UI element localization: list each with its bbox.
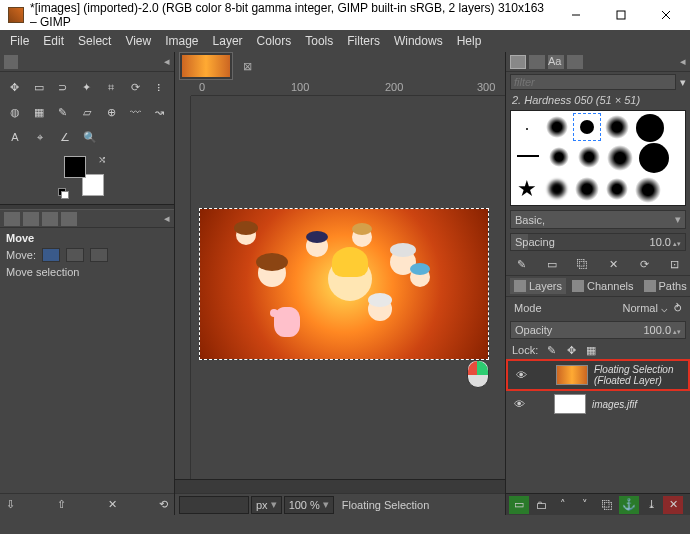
layer-name[interactable]: Floating Selection (Floated Layer) xyxy=(594,364,684,386)
unit-dropdown[interactable]: px xyxy=(251,496,282,514)
merge-down-button[interactable]: ⤓ xyxy=(641,496,661,514)
tool-zoom[interactable]: 🔍 xyxy=(79,126,101,148)
refresh-brush-icon[interactable]: ⟳ xyxy=(635,256,653,272)
lower-layer-button[interactable]: ˅ xyxy=(575,496,595,514)
filter-dropdown-icon[interactable]: ▾ xyxy=(680,76,686,89)
brush-item[interactable] xyxy=(637,141,671,175)
raise-layer-button[interactable]: ˄ xyxy=(553,496,573,514)
mode-switch-icon[interactable]: ⥁ xyxy=(674,302,682,315)
tool-pencil[interactable]: ✎ xyxy=(52,101,73,123)
menu-help[interactable]: Help xyxy=(451,32,488,50)
brush-item[interactable] xyxy=(545,143,573,171)
tool-smudge[interactable]: 〰 xyxy=(125,101,146,123)
save-preset-icon[interactable]: ⇩ xyxy=(6,498,15,511)
brush-spacing-slider[interactable]: Spacing 10.0 xyxy=(510,233,686,251)
new-brush-icon[interactable]: ▭ xyxy=(543,256,561,272)
visibility-toggle-icon[interactable]: 👁 xyxy=(510,398,528,410)
ruler-vertical[interactable] xyxy=(175,96,191,479)
tool-free-select[interactable]: ⊃ xyxy=(52,76,73,98)
delete-preset-icon[interactable]: ✕ xyxy=(108,498,117,511)
brush-item[interactable] xyxy=(543,113,571,141)
swap-colors-icon[interactable]: ⤭ xyxy=(98,154,106,165)
fg-color-swatch[interactable] xyxy=(64,156,86,178)
patterns-tab-icon[interactable] xyxy=(529,55,545,69)
tool-gradient[interactable]: ▦ xyxy=(28,101,49,123)
visibility-toggle-icon[interactable]: 👁 xyxy=(512,369,530,381)
brush-item[interactable] xyxy=(603,175,631,203)
brush-item[interactable] xyxy=(575,143,603,171)
brush-item[interactable] xyxy=(543,175,571,203)
tab-menu-arrow-icon[interactable]: ◂ xyxy=(164,55,170,68)
maximize-button[interactable] xyxy=(598,1,643,30)
brush-item[interactable] xyxy=(633,111,667,145)
menu-tools[interactable]: Tools xyxy=(299,32,339,50)
fg-bg-colors[interactable]: ⤭ xyxy=(64,156,104,196)
tab-paths[interactable]: Paths xyxy=(640,278,690,294)
delete-brush-icon[interactable]: ✕ xyxy=(604,256,622,272)
edit-brush-icon[interactable]: ✎ xyxy=(512,256,530,272)
tool-options-tab-icon[interactable] xyxy=(4,212,20,226)
brush-item[interactable] xyxy=(573,175,601,203)
tool-warp[interactable]: ⫶ xyxy=(149,76,170,98)
tab-menu-arrow-icon[interactable]: ◂ xyxy=(680,55,686,68)
minimize-button[interactable] xyxy=(553,1,598,30)
tab-menu-arrow-icon[interactable]: ◂ xyxy=(164,212,170,225)
tool-color-picker[interactable]: ⌖ xyxy=(29,126,51,148)
move-mode-selection-icon[interactable] xyxy=(66,248,84,262)
lock-alpha-icon[interactable]: ▦ xyxy=(584,343,598,357)
restore-preset-icon[interactable]: ⇧ xyxy=(57,498,66,511)
history-tab-icon[interactable] xyxy=(567,55,583,69)
image-tab-close-icon[interactable]: ⊠ xyxy=(239,58,255,74)
tool-rect-select[interactable]: ▭ xyxy=(28,76,49,98)
delete-layer-button[interactable]: ✕ xyxy=(663,496,683,514)
opacity-slider[interactable]: Opacity 100.0 xyxy=(510,321,686,339)
brush-item[interactable]: ★ xyxy=(513,175,541,203)
tool-move[interactable]: ✥ xyxy=(4,76,25,98)
menu-image[interactable]: Image xyxy=(159,32,204,50)
images-tab-icon[interactable] xyxy=(61,212,77,226)
toolbox-tab-icon[interactable] xyxy=(4,55,18,69)
menu-file[interactable]: File xyxy=(4,32,35,50)
brush-item[interactable] xyxy=(633,175,663,205)
tool-path[interactable]: ↝ xyxy=(149,101,170,123)
menu-colors[interactable]: Colors xyxy=(251,32,298,50)
tool-bucket[interactable]: ◍ xyxy=(4,101,25,123)
tool-crop[interactable]: ⌗ xyxy=(101,76,122,98)
tool-rotate[interactable]: ⟳ xyxy=(125,76,146,98)
ruler-horizontal[interactable]: 0 100 200 300 xyxy=(191,80,505,96)
tool-eraser[interactable]: ▱ xyxy=(76,101,97,123)
anchor-layer-button[interactable]: ⚓ xyxy=(619,496,639,514)
brush-item[interactable] xyxy=(515,117,539,141)
duplicate-brush-icon[interactable]: ⿻ xyxy=(574,256,592,272)
mode-dropdown[interactable]: Normal ⌵ xyxy=(622,302,668,315)
menu-filters[interactable]: Filters xyxy=(341,32,386,50)
tool-fuzzy-select[interactable]: ✦ xyxy=(76,76,97,98)
tool-measure[interactable]: ∠ xyxy=(54,126,76,148)
fonts-tab-icon[interactable]: Aa xyxy=(548,55,564,69)
brush-item-selected[interactable] xyxy=(573,113,601,141)
layer-item-floating[interactable]: 👁 Floating Selection (Floated Layer) xyxy=(506,359,690,391)
menu-windows[interactable]: Windows xyxy=(388,32,449,50)
brushes-tab-icon[interactable] xyxy=(510,55,526,69)
close-button[interactable] xyxy=(643,1,688,30)
new-group-button[interactable]: 🗀 xyxy=(531,496,551,514)
horizontal-scrollbar[interactable] xyxy=(175,479,505,493)
brush-item[interactable] xyxy=(605,143,635,173)
default-colors-icon[interactable] xyxy=(58,188,68,198)
menu-edit[interactable]: Edit xyxy=(37,32,70,50)
image-tab[interactable] xyxy=(179,52,233,80)
menu-view[interactable]: View xyxy=(119,32,157,50)
layer-name[interactable]: images.jfif xyxy=(592,399,686,410)
brush-item[interactable] xyxy=(515,151,541,161)
brush-filter-input[interactable] xyxy=(510,74,676,90)
tab-channels[interactable]: Channels xyxy=(568,278,637,294)
menu-layer[interactable]: Layer xyxy=(207,32,249,50)
move-mode-path-icon[interactable] xyxy=(90,248,108,262)
new-layer-button[interactable]: ▭ xyxy=(509,496,529,514)
brush-item[interactable] xyxy=(603,113,631,141)
layer-item-base[interactable]: 👁 images.jfif xyxy=(506,391,690,417)
lock-pixels-icon[interactable]: ✎ xyxy=(544,343,558,357)
tool-clone[interactable]: ⊕ xyxy=(101,101,122,123)
open-as-image-icon[interactable]: ⊡ xyxy=(666,256,684,272)
duplicate-layer-button[interactable]: ⿻ xyxy=(597,496,617,514)
